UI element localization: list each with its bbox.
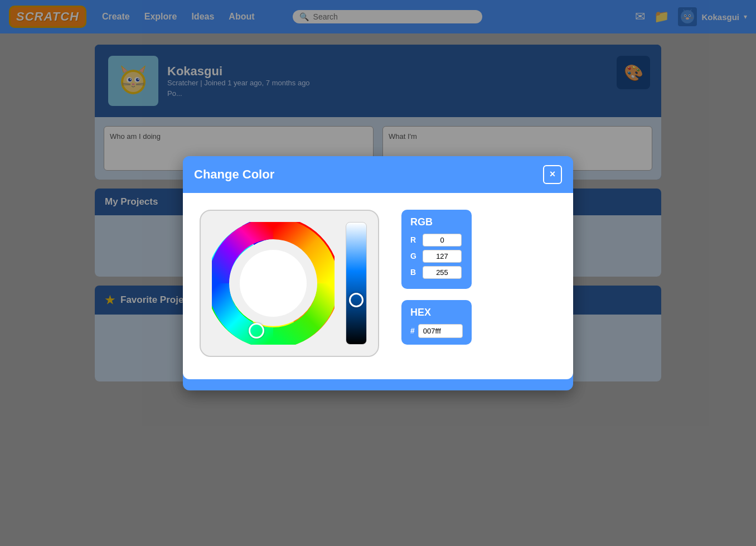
hex-title: HEX [410, 307, 463, 318]
modal-close-button[interactable]: × [543, 165, 562, 184]
b-label: B [410, 268, 418, 277]
rgb-b-row: B [410, 266, 463, 279]
hex-row: # [410, 324, 463, 338]
color-values-panel: RGB R G B HEX [401, 210, 472, 345]
r-input[interactable] [423, 234, 462, 247]
r-label: R [410, 235, 418, 244]
modal-header: Change Color × [183, 156, 573, 193]
modal-overlay[interactable]: Change Color × [0, 0, 756, 546]
b-input[interactable] [423, 266, 462, 279]
color-wheel-svg[interactable] [212, 222, 335, 345]
svg-point-32 [240, 250, 307, 317]
color-wheel-wrapper[interactable] [212, 222, 335, 345]
hex-input[interactable] [418, 324, 463, 338]
change-color-modal: Change Color × [183, 156, 573, 390]
rgb-g-row: G [410, 250, 463, 263]
rgb-title: RGB [410, 216, 463, 228]
hex-symbol: # [410, 326, 415, 335]
g-label: G [410, 252, 418, 260]
brightness-slider[interactable] [346, 222, 367, 345]
modal-title: Change Color [194, 167, 274, 182]
brightness-track [346, 222, 367, 345]
rgb-panel: RGB R G B [401, 210, 472, 289]
color-picker-container [200, 210, 379, 357]
hex-panel: HEX # [401, 300, 472, 345]
rgb-r-row: R [410, 234, 463, 247]
brightness-knob[interactable] [349, 293, 364, 307]
g-input[interactable] [423, 250, 462, 263]
modal-body: RGB R G B HEX [183, 193, 573, 379]
